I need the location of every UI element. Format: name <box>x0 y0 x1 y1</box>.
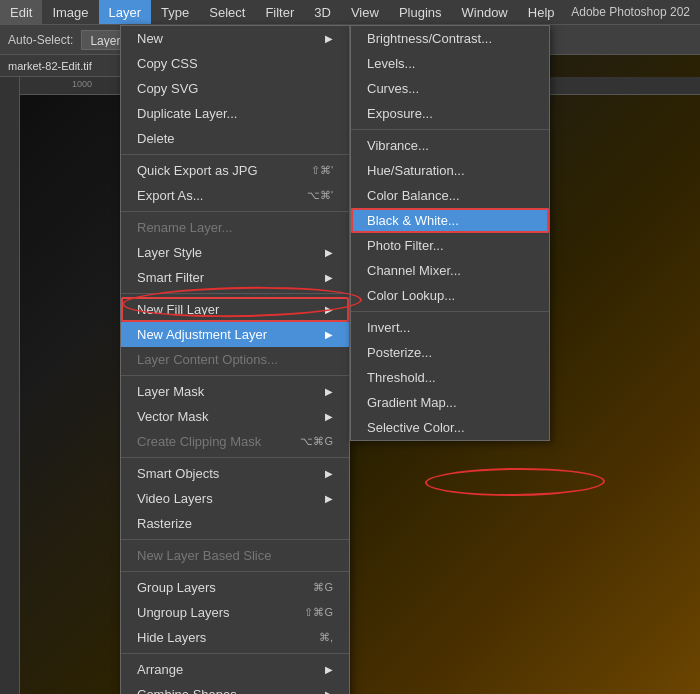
submenu-item-threshold[interactable]: Threshold... <box>351 365 549 390</box>
menu-item-smart-objects[interactable]: Smart Objects▶ <box>121 461 349 486</box>
menu-item-duplicate-layer[interactable]: Duplicate Layer... <box>121 101 349 126</box>
submenu-item-channel-mixer[interactable]: Channel Mixer... <box>351 258 549 283</box>
submenu-item-vibrance[interactable]: Vibrance... <box>351 133 549 158</box>
submenu-item-levels[interactable]: Levels... <box>351 51 549 76</box>
menu-item-smart-filter[interactable]: Smart Filter▶ <box>121 265 349 290</box>
menu-item-label: Copy SVG <box>137 81 198 96</box>
submenu-item-brightness-contrast[interactable]: Brightness/Contrast... <box>351 26 549 51</box>
menu-item-label: Create Clipping Mask <box>137 434 261 449</box>
menu-view[interactable]: View <box>341 0 389 24</box>
submenu-arrow-icon: ▶ <box>325 329 333 340</box>
menu-separator <box>121 539 349 540</box>
menu-shortcut: ⇧⌘' <box>311 164 333 177</box>
menu-shortcut: ⌥⌘' <box>307 189 333 202</box>
menu-item-ungroup-layers[interactable]: Ungroup Layers⇧⌘G <box>121 600 349 625</box>
submenu-arrow-icon: ▶ <box>325 247 333 258</box>
submenu-arrow-icon: ▶ <box>325 664 333 675</box>
menu-item-label: New Layer Based Slice <box>137 548 271 563</box>
submenu-item-selective-color[interactable]: Selective Color... <box>351 415 549 440</box>
submenu-arrow-icon: ▶ <box>325 493 333 504</box>
submenu-item-posterize[interactable]: Posterize... <box>351 340 549 365</box>
menu-item-label: Smart Objects <box>137 466 219 481</box>
menu-item-label: Delete <box>137 131 175 146</box>
menu-item-layer-style[interactable]: Layer Style▶ <box>121 240 349 265</box>
ruler-left <box>0 77 20 694</box>
menu-item-label: Rasterize <box>137 516 192 531</box>
submenu-item-color-balance[interactable]: Color Balance... <box>351 183 549 208</box>
menu-item-copy-css[interactable]: Copy CSS <box>121 51 349 76</box>
menu-separator <box>121 375 349 376</box>
menu-item-export-as[interactable]: Export As...⌥⌘' <box>121 183 349 208</box>
menu-item-vector-mask[interactable]: Vector Mask▶ <box>121 404 349 429</box>
menu-edit[interactable]: Edit <box>0 0 42 24</box>
app-title: Adobe Photoshop 202 <box>571 5 700 19</box>
submenu-item-black-white[interactable]: Black & White... <box>351 208 549 233</box>
layer-dropdown-menu: New▶Copy CSSCopy SVGDuplicate Layer...De… <box>120 25 350 694</box>
menu-item-label: Hide Layers <box>137 630 206 645</box>
menu-separator <box>121 457 349 458</box>
menu-item-quick-export[interactable]: Quick Export as JPG⇧⌘' <box>121 158 349 183</box>
menu-item-create-clipping-mask: Create Clipping Mask⌥⌘G <box>121 429 349 454</box>
submenu-arrow-icon: ▶ <box>325 411 333 422</box>
menu-item-group-layers[interactable]: Group Layers⌘G <box>121 575 349 600</box>
auto-select-label: Auto-Select: <box>8 33 73 47</box>
menu-item-copy-svg[interactable]: Copy SVG <box>121 76 349 101</box>
menu-item-rasterize[interactable]: Rasterize <box>121 511 349 536</box>
menu-item-label: Layer Style <box>137 245 202 260</box>
menu-item-label: Duplicate Layer... <box>137 106 237 121</box>
menu-select[interactable]: Select <box>199 0 255 24</box>
menu-item-new[interactable]: New▶ <box>121 26 349 51</box>
menu-item-label: Copy CSS <box>137 56 198 71</box>
menu-item-hide-layers[interactable]: Hide Layers⌘, <box>121 625 349 650</box>
menu-plugins[interactable]: Plugins <box>389 0 452 24</box>
menu-item-video-layers[interactable]: Video Layers▶ <box>121 486 349 511</box>
menu-item-layer-mask[interactable]: Layer Mask▶ <box>121 379 349 404</box>
menu-item-layer-content-options: Layer Content Options... <box>121 347 349 372</box>
submenu-arrow-icon: ▶ <box>325 272 333 283</box>
menu-item-combine-shapes[interactable]: Combine Shapes▶ <box>121 682 349 694</box>
menu-item-label: Rename Layer... <box>137 220 232 235</box>
menu-item-arrange[interactable]: Arrange▶ <box>121 657 349 682</box>
menu-item-label: Smart Filter <box>137 270 204 285</box>
ruler-label-1000: 1000 <box>72 79 92 89</box>
menu-type[interactable]: Type <box>151 0 199 24</box>
menu-image[interactable]: Image <box>42 0 98 24</box>
menu-item-label: Ungroup Layers <box>137 605 230 620</box>
submenu-arrow-icon: ▶ <box>325 304 333 315</box>
menu-item-label: Layer Mask <box>137 384 204 399</box>
file-name: market-82-Edit.tif <box>8 60 92 72</box>
menu-item-delete[interactable]: Delete <box>121 126 349 151</box>
submenu-item-gradient-map[interactable]: Gradient Map... <box>351 390 549 415</box>
submenu-item-exposure[interactable]: Exposure... <box>351 101 549 126</box>
menu-window[interactable]: Window <box>452 0 518 24</box>
menu-item-new-adjustment-layer[interactable]: New Adjustment Layer▶ <box>121 322 349 347</box>
menu-separator <box>121 154 349 155</box>
submenu-item-hue-saturation[interactable]: Hue/Saturation... <box>351 158 549 183</box>
submenu-item-color-lookup[interactable]: Color Lookup... <box>351 283 549 308</box>
menu-item-label: New <box>137 31 163 46</box>
adjustment-layer-submenu: Brightness/Contrast...Levels...Curves...… <box>350 25 550 441</box>
menu-item-new-fill-layer[interactable]: New Fill Layer▶ <box>121 297 349 322</box>
menu-bar: Edit Image Layer Type Select Filter 3D V… <box>0 0 700 25</box>
menu-filter[interactable]: Filter <box>255 0 304 24</box>
menu-item-label: New Fill Layer <box>137 302 219 317</box>
submenu-arrow-icon: ▶ <box>325 33 333 44</box>
menu-3d[interactable]: 3D <box>304 0 341 24</box>
submenu-arrow-icon: ▶ <box>325 468 333 479</box>
submenu-arrow-icon: ▶ <box>325 689 333 694</box>
menu-item-label: Arrange <box>137 662 183 677</box>
menu-shortcut: ⌘, <box>319 631 333 644</box>
menu-separator <box>121 653 349 654</box>
menu-item-label: Vector Mask <box>137 409 209 424</box>
submenu-separator <box>351 311 549 312</box>
menu-item-label: Export As... <box>137 188 203 203</box>
submenu-item-curves[interactable]: Curves... <box>351 76 549 101</box>
submenu-separator <box>351 129 549 130</box>
menu-help[interactable]: Help <box>518 0 565 24</box>
menu-shortcut: ⇧⌘G <box>304 606 333 619</box>
submenu-item-invert[interactable]: Invert... <box>351 315 549 340</box>
menu-separator <box>121 293 349 294</box>
submenu-item-photo-filter[interactable]: Photo Filter... <box>351 233 549 258</box>
menu-layer[interactable]: Layer <box>99 0 152 24</box>
menu-item-label: Quick Export as JPG <box>137 163 258 178</box>
